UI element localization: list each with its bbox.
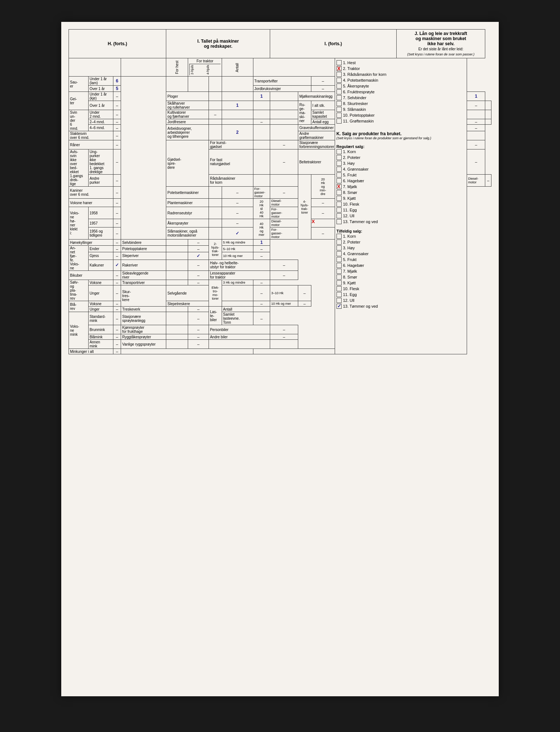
cell-treskeverk-fhest: [166, 307, 188, 312]
k-reg-cb-13: [337, 219, 342, 224]
k-reg-label-1: 1. Korn: [343, 149, 356, 154]
k-occ-10: 10. Flesk: [337, 286, 465, 292]
k-occ-cb-3: [337, 245, 342, 250]
cell-potetsettemask-label: Potetsettemaskiner: [166, 187, 209, 199]
col-2hjuls: 2-hjuls: [189, 64, 205, 75]
cell-honer-1956-val: –: [113, 227, 121, 240]
k-occ-cb-10: [337, 286, 342, 291]
main-form-table: H. (forts.) I. Tallet på maskinerog reds…: [69, 29, 491, 354]
k-reg-11: 11. Egg: [337, 207, 465, 213]
cell-20hk-label: 20Hkogmin-dre: [311, 175, 335, 199]
h-spacer: [69, 58, 121, 77]
sleperiver-val: ✓: [197, 253, 200, 258]
k-occ-cb-12: [337, 298, 342, 303]
cell-blarev-unger-val: –: [113, 307, 121, 312]
cell-lastebiler-antall-val: [253, 307, 270, 312]
k-occ-12: 12. Ull: [337, 297, 465, 303]
skalharver-2hjuls-val: 1: [236, 103, 239, 108]
j-label-3: 3. Rådsåmaskin for korn: [343, 72, 386, 77]
k-occ-label-8: 8. Smør: [343, 275, 357, 279]
k-occ-3: 3. Høy: [337, 245, 465, 251]
cell-svin-4-6-val: –: [113, 125, 121, 131]
cell-lesseapparater-label: Lesseapparaterfor traktor: [209, 271, 270, 280]
cell-jordfresere-2hjuls: [222, 119, 253, 125]
k-occ-label-7: 7. Mjølk: [343, 269, 357, 273]
cell-rugema-antall-val2: [485, 119, 491, 125]
cell-rugema-ialt-val2: [485, 101, 491, 110]
col-for-hest: For hest: [166, 58, 188, 77]
cell-stasjonare-val: –: [467, 140, 485, 149]
cell-treskeverk-antall: –: [188, 307, 209, 312]
cell-selvgaende-fhest: [222, 285, 253, 301]
j-label-7: 7. Selvbinder: [343, 96, 366, 100]
cell-kunstgjodsel-antall: –: [270, 140, 298, 149]
cell-transportvifter-val: –: [311, 77, 335, 86]
cell-10hk-el-val: –: [298, 301, 311, 307]
k-occ-cb-6: [337, 263, 342, 268]
cell-20hk-forgasser-val: –: [270, 187, 298, 199]
cell-2040hk-diesel-val: –: [311, 199, 335, 207]
j-label-8: 8. Skurtresker: [343, 101, 368, 106]
col-4hjuls: 4-hjuls: [205, 64, 221, 75]
cell-rakeriver-label: Rakeriver: [121, 260, 166, 270]
cell-arbeidsvogner-2hjuls: 2: [222, 125, 253, 140]
j-item-3: 3. Rådsåmaskin for korn: [337, 71, 465, 77]
cell-sauer-under1-val: 6: [113, 77, 121, 86]
cell-sauer-over1-val: 5: [113, 86, 121, 92]
cell-2hjuls-trak-label: 2-hjuls-trak-torer: [209, 240, 222, 260]
cell-ryggtak-fhest: [166, 334, 188, 340]
cell-plantemask-antall: –: [222, 199, 253, 207]
j-checkbox-5: [337, 83, 342, 89]
cell-fastgjodsel-label: For fastnaturgjødsel: [209, 149, 253, 175]
section-i-header: I. Tallet på maskinerog redskaper.: [166, 30, 270, 58]
i-title: I. Tallet på maskinerog redskaper.: [197, 39, 239, 49]
j-checkbox-10: [337, 113, 342, 118]
cell-geiter-label: Gei-ter: [69, 92, 89, 110]
cell-stasjonaere-sproy-label: Stasjonæresprøyteanlegg: [121, 312, 166, 325]
cell-andre-biler-val: –: [270, 334, 298, 340]
cell-graveskuffe-label: Graveskuffemaskiner: [298, 125, 396, 131]
cell-jordbruksvinsjer-label: Jordbruksvinsjer: [253, 86, 311, 92]
cell-minkunger-spacer: [121, 349, 253, 354]
k-occ-cb-4: [337, 251, 342, 256]
k-regular-title: Regulært salg:: [337, 144, 465, 149]
cell-voksne-haner-val: –: [113, 199, 121, 207]
cell-ploger-label: Ploger: [166, 92, 209, 101]
k-occ-label-9: 9. Kjøtt: [343, 281, 356, 285]
k-reg-label-8: 8. Smør: [343, 190, 357, 195]
cell-radsaamaskin-fhest: [253, 175, 270, 187]
cell-blamink-label: Blåmink: [88, 334, 113, 340]
j-items: 1. Hest X 2. Traktor 3. Rådsåmaskin for …: [337, 60, 465, 309]
cell-blarev-label: Blå-rev: [69, 301, 89, 312]
j-checkbox-1: [337, 60, 342, 65]
cell-jordfresere-4hjuls: –: [253, 119, 270, 125]
j-checkbox-8: [337, 101, 342, 106]
cell-standard-mink-label: Standard-mink: [88, 312, 113, 325]
cell-rugema-samlet-label: Samletkapasitet: [311, 110, 335, 119]
cell-ender-label: Ender: [88, 246, 113, 252]
cell-rugema-samlet-val: [467, 110, 485, 119]
cell-plantemask-label: Plantemaskiner: [166, 199, 209, 207]
cell-kultivatorer-4hjuls: [253, 110, 270, 119]
cell-skurtresker-label: Skur-tres-kere: [121, 285, 166, 307]
cell-blamink-val: –: [113, 334, 121, 340]
cell-jordfresere-fhest: [209, 119, 222, 125]
cell-sauer-under1-label: Under 1 år(lam): [88, 77, 113, 86]
cell-fastgjodsel-antall: –: [270, 149, 298, 175]
k-occ-cb-9: [337, 280, 342, 285]
cell-skalharver-antall: [270, 101, 298, 110]
cell-kjoresproyter-fhest: [166, 325, 188, 334]
cell-gjodselspredere-label: Gjødsel-spre-dere: [166, 140, 209, 187]
cell-lastebiler-antall-label: Antall: [222, 307, 253, 312]
kalkuner-handwritten: ✓: [115, 262, 119, 268]
cell-voksne-honer-label: Voks-nehø-nerklekti:: [69, 207, 89, 240]
k-occ-13: ✓ 13. Tømmer og ved: [337, 303, 465, 309]
cell-rakeriver-fhest: [166, 260, 188, 270]
cell-radrenseutstyr-antall: –: [222, 207, 253, 219]
k-reg-label-7: 7. Mjølk: [343, 184, 357, 189]
cell-vanlige-rygg-antall: –: [188, 340, 209, 349]
k-reg-label-13: 13. Tømmer og ved: [343, 219, 378, 224]
k-occ-2: 2. Poteter: [337, 239, 465, 245]
cell-2040hk-diesel-label: Diesel-motor: [270, 199, 298, 207]
k-reg-label-4: 4. Grønnsaker: [343, 167, 369, 171]
